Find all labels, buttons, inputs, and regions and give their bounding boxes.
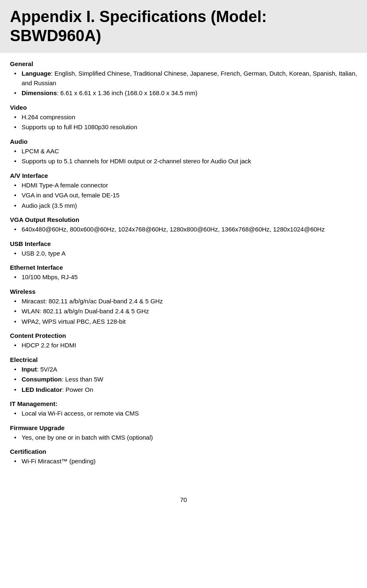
list-item: USB 2.0, type A xyxy=(10,249,357,258)
list-item: LED Indicator: Power On xyxy=(10,385,357,395)
section-list-general: Language: English, Simplified Chinese, T… xyxy=(10,69,357,98)
section-list-av-interface: HDMI Type-A female connectorVGA in and V… xyxy=(10,181,357,211)
item-text: : English, Simplified Chinese, Tradition… xyxy=(22,70,357,86)
section-heading-electrical: Electrical xyxy=(10,356,357,363)
list-item: WLAN: 802.11 a/b/g/n Dual-band 2.4 & 5 G… xyxy=(10,307,357,316)
section-heading-av-interface: A/V Interface xyxy=(10,172,357,179)
bold-label: Dimensions xyxy=(22,89,57,96)
list-item: HDCP 2.2 for HDMI xyxy=(10,341,357,350)
section-list-ethernet-interface: 10/100 Mbps, RJ-45 xyxy=(10,273,357,282)
list-item: Supports up to 5.1 channels for HDMI out… xyxy=(10,157,357,166)
item-text: : 5V/2A xyxy=(37,366,57,373)
section-heading-vga-output: VGA Output Resolution xyxy=(10,216,357,223)
list-item: H.264 compression xyxy=(10,113,357,122)
page-title: Appendix I. Specifications (Model: SBWD9… xyxy=(10,7,357,45)
list-item: Audio jack (3.5 mm) xyxy=(10,201,357,211)
bold-label: Language xyxy=(22,70,51,77)
section-list-content-protection: HDCP 2.2 for HDMI xyxy=(10,341,357,350)
content-area: GeneralLanguage: English, Simplified Chi… xyxy=(0,60,367,484)
list-item: Consumption: Less than 5W xyxy=(10,375,357,384)
section-list-usb-interface: USB 2.0, type A xyxy=(10,249,357,258)
section-heading-usb-interface: USB Interface xyxy=(10,240,357,247)
section-list-audio: LPCM & AACSupports up to 5.1 channels fo… xyxy=(10,147,357,166)
list-item: VGA in and VGA out, female DE-15 xyxy=(10,191,357,200)
section-list-firmware-upgrade: Yes, one by one or in batch with CMS (op… xyxy=(10,433,357,443)
section-list-vga-output: 640x480@60Hz, 800x600@60Hz, 1024x768@60H… xyxy=(10,225,357,234)
section-list-video: H.264 compressionSupports up to full HD … xyxy=(10,113,357,132)
section-heading-general: General xyxy=(10,60,357,67)
list-item: Input: 5V/2A xyxy=(10,365,357,374)
section-heading-wireless: Wireless xyxy=(10,288,357,295)
section-heading-audio: Audio xyxy=(10,138,357,145)
bold-label: Input xyxy=(22,366,37,373)
section-list-certification: Wi-Fi Miracast™ (pending) xyxy=(10,457,357,466)
item-text: : 6.61 x 6.61 x 1.36 inch (168.0 x 168.0… xyxy=(57,89,198,96)
list-item: Yes, one by one or in batch with CMS (op… xyxy=(10,433,357,443)
section-list-electrical: Input: 5V/2AConsumption: Less than 5WLED… xyxy=(10,365,357,395)
section-heading-ethernet-interface: Ethernet Interface xyxy=(10,264,357,271)
section-heading-it-management: IT Management: xyxy=(10,400,357,407)
list-item: Supports up to full HD 1080p30 resolutio… xyxy=(10,123,357,132)
list-item: Local via Wi-Fi access, or remote via CM… xyxy=(10,409,357,418)
list-item: 10/100 Mbps, RJ-45 xyxy=(10,273,357,282)
section-heading-firmware-upgrade: Firmware Upgrade xyxy=(10,424,357,431)
bold-label: LED Indicator xyxy=(22,386,62,393)
header-section: Appendix I. Specifications (Model: SBWD9… xyxy=(0,0,367,53)
section-heading-video: Video xyxy=(10,104,357,111)
bold-label: Consumption xyxy=(22,376,62,383)
page-number: 70 xyxy=(0,496,367,503)
item-text: : Less than 5W xyxy=(62,376,103,383)
list-item: 640x480@60Hz, 800x600@60Hz, 1024x768@60H… xyxy=(10,225,357,234)
list-item: Wi-Fi Miracast™ (pending) xyxy=(10,457,357,466)
section-heading-content-protection: Content Protection xyxy=(10,332,357,339)
section-heading-certification: Certification xyxy=(10,448,357,455)
section-list-it-management: Local via Wi-Fi access, or remote via CM… xyxy=(10,409,357,418)
list-item: WPA2, WPS virtual PBC, AES 128-bit xyxy=(10,317,357,327)
list-item: Miracast: 802.11 a/b/g/n/ac Dual-band 2.… xyxy=(10,297,357,306)
list-item: LPCM & AAC xyxy=(10,147,357,156)
list-item: Language: English, Simplified Chinese, T… xyxy=(10,69,357,88)
item-text: : Power On xyxy=(62,386,93,393)
list-item: Dimensions: 6.61 x 6.61 x 1.36 inch (168… xyxy=(10,89,357,98)
list-item: HDMI Type-A female connector xyxy=(10,181,357,190)
section-list-wireless: Miracast: 802.11 a/b/g/n/ac Dual-band 2.… xyxy=(10,297,357,327)
